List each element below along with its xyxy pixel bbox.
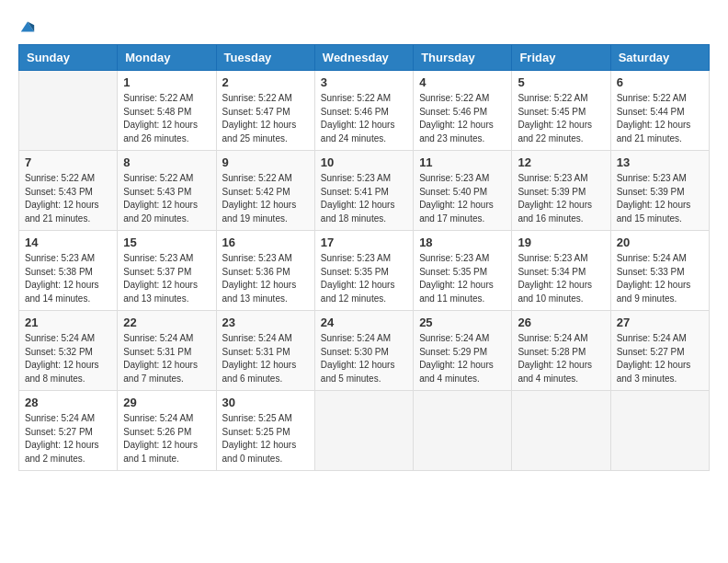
calendar-cell [512,391,610,471]
calendar-cell: 10Sunrise: 5:23 AM Sunset: 5:41 PM Dayli… [314,151,413,231]
day-number: 26 [518,316,604,329]
day-info: Sunrise: 5:24 AM Sunset: 5:32 PM Dayligh… [25,332,111,385]
day-number: 1 [123,75,210,89]
calendar-cell: 28Sunrise: 5:24 AM Sunset: 5:27 PM Dayli… [19,391,118,471]
day-of-week-header: Sunday [19,45,118,71]
day-info: Sunrise: 5:22 AM Sunset: 5:42 PM Dayligh… [222,172,309,225]
calendar-cell: 4Sunrise: 5:22 AM Sunset: 5:46 PM Daylig… [414,71,512,151]
day-number: 9 [222,155,309,169]
day-number: 18 [419,236,506,249]
calendar-cell: 18Sunrise: 5:23 AM Sunset: 5:35 PM Dayli… [414,231,512,311]
calendar-cell: 7Sunrise: 5:22 AM Sunset: 5:43 PM Daylig… [19,151,118,231]
day-number: 21 [25,316,111,329]
calendar-cell: 24Sunrise: 5:24 AM Sunset: 5:30 PM Dayli… [314,311,413,391]
calendar-cell [610,391,709,471]
calendar-week-row: 7Sunrise: 5:22 AM Sunset: 5:43 PM Daylig… [19,151,710,231]
day-info: Sunrise: 5:24 AM Sunset: 5:29 PM Dayligh… [419,332,506,385]
day-info: Sunrise: 5:22 AM Sunset: 5:48 PM Dayligh… [123,92,210,145]
day-info: Sunrise: 5:22 AM Sunset: 5:46 PM Dayligh… [321,92,407,145]
day-number: 6 [617,75,703,89]
day-number: 20 [617,236,703,249]
day-info: Sunrise: 5:23 AM Sunset: 5:36 PM Dayligh… [222,252,309,305]
day-of-week-header: Monday [118,45,216,71]
day-number: 29 [123,396,210,409]
calendar-cell: 30Sunrise: 5:25 AM Sunset: 5:25 PM Dayli… [216,391,314,471]
day-info: Sunrise: 5:24 AM Sunset: 5:26 PM Dayligh… [123,412,210,465]
day-info: Sunrise: 5:24 AM Sunset: 5:30 PM Dayligh… [321,332,407,385]
day-info: Sunrise: 5:24 AM Sunset: 5:28 PM Dayligh… [518,332,604,385]
day-number: 16 [222,236,309,249]
day-info: Sunrise: 5:23 AM Sunset: 5:40 PM Dayligh… [419,172,506,225]
calendar-cell [314,391,413,471]
calendar-cell: 11Sunrise: 5:23 AM Sunset: 5:40 PM Dayli… [414,151,512,231]
calendar-cell [19,71,118,151]
day-number: 12 [518,155,604,169]
calendar-cell: 21Sunrise: 5:24 AM Sunset: 5:32 PM Dayli… [19,311,118,391]
calendar-header-row: SundayMondayTuesdayWednesdayThursdayFrid… [19,45,710,71]
day-info: Sunrise: 5:22 AM Sunset: 5:45 PM Dayligh… [518,92,604,145]
day-number: 28 [25,396,111,409]
day-info: Sunrise: 5:23 AM Sunset: 5:39 PM Dayligh… [617,172,703,225]
calendar-cell: 23Sunrise: 5:24 AM Sunset: 5:31 PM Dayli… [216,311,314,391]
calendar-cell: 25Sunrise: 5:24 AM Sunset: 5:29 PM Dayli… [414,311,512,391]
calendar-cell [414,391,512,471]
day-number: 7 [25,155,111,169]
calendar-cell: 9Sunrise: 5:22 AM Sunset: 5:42 PM Daylig… [216,151,314,231]
day-info: Sunrise: 5:23 AM Sunset: 5:38 PM Dayligh… [25,252,111,305]
day-number: 22 [123,316,210,329]
day-number: 8 [123,155,210,169]
day-info: Sunrise: 5:22 AM Sunset: 5:43 PM Dayligh… [25,172,111,225]
calendar-week-row: 14Sunrise: 5:23 AM Sunset: 5:38 PM Dayli… [19,231,710,311]
day-info: Sunrise: 5:23 AM Sunset: 5:34 PM Dayligh… [518,252,604,305]
calendar-cell: 17Sunrise: 5:23 AM Sunset: 5:35 PM Dayli… [314,231,413,311]
calendar-table: SundayMondayTuesdayWednesdayThursdayFrid… [18,44,710,471]
day-number: 23 [222,316,309,329]
day-info: Sunrise: 5:23 AM Sunset: 5:35 PM Dayligh… [321,252,407,305]
day-number: 30 [222,396,309,409]
day-number: 15 [123,236,210,249]
day-info: Sunrise: 5:24 AM Sunset: 5:31 PM Dayligh… [123,332,210,385]
calendar-cell: 16Sunrise: 5:23 AM Sunset: 5:36 PM Dayli… [216,231,314,311]
day-number: 10 [321,155,407,169]
day-number: 13 [617,155,703,169]
day-of-week-header: Saturday [610,45,709,71]
calendar-cell: 14Sunrise: 5:23 AM Sunset: 5:38 PM Dayli… [19,231,118,311]
calendar-cell: 3Sunrise: 5:22 AM Sunset: 5:46 PM Daylig… [314,71,413,151]
day-number: 11 [419,155,506,169]
day-number: 14 [25,236,111,249]
day-info: Sunrise: 5:23 AM Sunset: 5:39 PM Dayligh… [518,172,604,225]
day-info: Sunrise: 5:23 AM Sunset: 5:41 PM Dayligh… [321,172,407,225]
day-number: 17 [321,236,407,249]
logo-icon [19,18,36,35]
day-number: 24 [321,316,407,329]
calendar-week-row: 1Sunrise: 5:22 AM Sunset: 5:48 PM Daylig… [19,71,710,151]
day-info: Sunrise: 5:22 AM Sunset: 5:43 PM Dayligh… [123,172,210,225]
day-info: Sunrise: 5:22 AM Sunset: 5:46 PM Dayligh… [419,92,506,145]
day-info: Sunrise: 5:24 AM Sunset: 5:31 PM Dayligh… [222,332,309,385]
calendar-cell: 15Sunrise: 5:23 AM Sunset: 5:37 PM Dayli… [118,231,216,311]
day-number: 3 [321,75,407,89]
page-header [18,18,710,35]
day-of-week-header: Tuesday [216,45,314,71]
day-of-week-header: Thursday [414,45,512,71]
calendar-cell: 22Sunrise: 5:24 AM Sunset: 5:31 PM Dayli… [118,311,216,391]
day-info: Sunrise: 5:24 AM Sunset: 5:27 PM Dayligh… [617,332,703,385]
day-info: Sunrise: 5:23 AM Sunset: 5:35 PM Dayligh… [419,252,506,305]
calendar-cell: 12Sunrise: 5:23 AM Sunset: 5:39 PM Dayli… [512,151,610,231]
calendar-cell: 6Sunrise: 5:22 AM Sunset: 5:44 PM Daylig… [610,71,709,151]
day-of-week-header: Friday [512,45,610,71]
day-info: Sunrise: 5:24 AM Sunset: 5:33 PM Dayligh… [617,252,703,305]
calendar-cell: 2Sunrise: 5:22 AM Sunset: 5:47 PM Daylig… [216,71,314,151]
calendar-cell: 27Sunrise: 5:24 AM Sunset: 5:27 PM Dayli… [610,311,709,391]
calendar-week-row: 21Sunrise: 5:24 AM Sunset: 5:32 PM Dayli… [19,311,710,391]
calendar-cell: 26Sunrise: 5:24 AM Sunset: 5:28 PM Dayli… [512,311,610,391]
day-info: Sunrise: 5:23 AM Sunset: 5:37 PM Dayligh… [123,252,210,305]
calendar-cell: 1Sunrise: 5:22 AM Sunset: 5:48 PM Daylig… [118,71,216,151]
day-number: 5 [518,75,604,89]
calendar-cell: 19Sunrise: 5:23 AM Sunset: 5:34 PM Dayli… [512,231,610,311]
calendar-cell: 5Sunrise: 5:22 AM Sunset: 5:45 PM Daylig… [512,71,610,151]
calendar-week-row: 28Sunrise: 5:24 AM Sunset: 5:27 PM Dayli… [19,391,710,471]
calendar-cell: 13Sunrise: 5:23 AM Sunset: 5:39 PM Dayli… [610,151,709,231]
calendar-cell: 8Sunrise: 5:22 AM Sunset: 5:43 PM Daylig… [118,151,216,231]
logo [18,18,36,35]
